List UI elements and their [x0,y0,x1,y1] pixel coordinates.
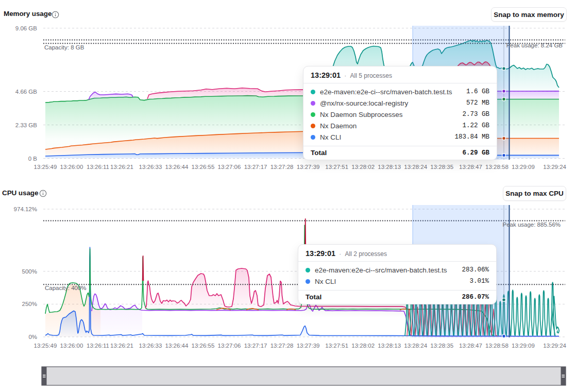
svg-text:13:26:11: 13:26:11 [87,343,109,349]
svg-text:Peak usage: 885.56%: Peak usage: 885.56% [502,221,561,228]
svg-text:13:28:02: 13:28:02 [351,343,375,349]
svg-text:13:26:21: 13:26:21 [110,343,133,349]
svg-text:Capacity: 400%: Capacity: 400% [45,285,87,291]
svg-text:13:28:02: 13:28:02 [351,164,375,170]
svg-text:13:27:17: 13:27:17 [244,343,267,349]
svg-text:13:27:51: 13:27:51 [325,164,348,170]
svg-text:500%: 500% [22,268,37,275]
svg-text:13:28:47: 13:28:47 [459,343,482,349]
svg-text:13:26:00: 13:26:00 [60,343,83,349]
svg-text:13:25:49: 13:25:49 [34,164,57,170]
svg-text:13:28:24: 13:28:24 [404,164,427,170]
svg-text:13:28:24: 13:28:24 [404,343,427,349]
svg-text:13:29:24: 13:29:24 [543,343,566,349]
svg-text:13:26:44: 13:26:44 [165,164,189,170]
svg-text:13:26:55: 13:26:55 [192,164,215,170]
svg-text:2.33 GB: 2.33 GB [15,122,38,128]
svg-text:13:26:33: 13:26:33 [139,343,162,349]
svg-text:13:27:17: 13:27:17 [244,164,267,170]
svg-text:13:27:06: 13:27:06 [218,343,241,349]
svg-text:13:29:09: 13:29:09 [512,343,535,349]
svg-text:13:29:09: 13:29:09 [512,164,535,170]
svg-text:13:27:51: 13:27:51 [325,343,348,349]
svg-text:Capacity: 8 GB: Capacity: 8 GB [44,44,84,50]
svg-text:13:28:35: 13:28:35 [430,343,453,349]
svg-text:13:25:49: 13:25:49 [34,343,57,349]
svg-text:13:28:13: 13:28:13 [378,343,401,349]
svg-text:13:29:24: 13:29:24 [543,164,566,170]
svg-text:13:26:33: 13:26:33 [139,164,162,170]
svg-text:Peak usage: 8.24 GB: Peak usage: 8.24 GB [506,42,563,48]
svg-text:13:27:39: 13:27:39 [297,343,320,349]
svg-text:9.06 GB: 9.06 GB [15,25,38,31]
svg-text:13:27:39: 13:27:39 [297,164,320,170]
svg-text:13:27:06: 13:27:06 [218,164,241,170]
svg-text:13:28:58: 13:28:58 [485,343,509,349]
svg-text:13:26:00: 13:26:00 [60,164,83,170]
svg-text:974.12%: 974.12% [14,206,37,212]
svg-text:13:27:28: 13:27:28 [270,164,294,170]
svg-text:13:26:44: 13:26:44 [165,343,189,349]
svg-text:13:26:55: 13:26:55 [192,343,215,349]
svg-text:13:26:21: 13:26:21 [110,164,133,170]
svg-text:13:26:11: 13:26:11 [87,164,109,170]
svg-text:250%: 250% [22,301,37,307]
svg-text:0 B: 0 B [28,156,38,162]
svg-text:13:28:58: 13:28:58 [485,164,509,170]
svg-text:13:28:13: 13:28:13 [378,164,401,170]
svg-text:4.66 GB: 4.66 GB [15,89,38,95]
svg-text:13:28:35: 13:28:35 [430,164,453,170]
svg-text:13:27:28: 13:27:28 [270,343,294,349]
svg-text:13:28:47: 13:28:47 [459,164,482,170]
svg-text:0%: 0% [28,334,37,340]
